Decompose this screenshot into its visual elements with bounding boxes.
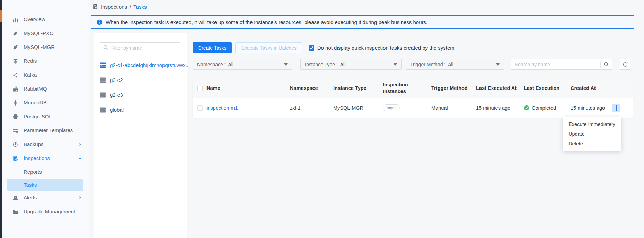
cluster-name: global <box>110 107 124 113</box>
search-by-name-box <box>511 59 612 70</box>
sidebar-item-label: Inspections <box>24 155 73 162</box>
sidebar-item-label: Alerts <box>24 194 73 201</box>
sidebar-item-inspections[interactable]: Inspections <box>2 151 89 165</box>
sidebar-subitem-tasks[interactable]: Tasks <box>7 179 83 191</box>
sidebar-item-label: Overview <box>24 16 76 23</box>
server-icon <box>100 92 106 98</box>
caret-down-icon <box>394 63 397 66</box>
sidebar-item-alerts[interactable]: Alerts <box>2 191 89 205</box>
leaf-icon <box>12 100 18 106</box>
sidebar-item-rabbitmq[interactable]: RabbitMQ <box>2 82 89 96</box>
menu-item-update[interactable]: Update <box>563 129 621 139</box>
breadcrumb-current[interactable]: Tasks <box>133 4 147 10</box>
sidebar-item-label: Kafka <box>24 71 76 78</box>
task-trigger-method: Manual <box>431 105 476 111</box>
search-icon <box>103 45 108 52</box>
success-check-icon <box>524 105 529 111</box>
task-instance-type: MySQL-MGR <box>333 105 383 111</box>
sidebar-item-kafka[interactable]: Kafka <box>2 68 89 82</box>
sidebar-item-label: Parameter Templates <box>24 127 76 134</box>
task-created-at: 15 minutes ago <box>571 105 605 111</box>
tasks-table: Name Namespace Instance Type Inspection … <box>193 78 633 118</box>
cluster-item[interactable]: global <box>100 107 180 113</box>
table-header: Name Namespace Instance Type Inspection … <box>193 78 633 98</box>
nav-rail <box>0 0 2 238</box>
nav-rail-accent <box>0 10 2 22</box>
sidebar-item-upgrade-management[interactable]: Upgrade Management <box>2 205 89 219</box>
layers-icon <box>12 58 18 64</box>
cluster-name: g2-c3 <box>110 92 123 98</box>
server-icon <box>100 107 106 113</box>
server-icon <box>100 62 106 68</box>
sidebar-item-label: Redis <box>24 58 76 65</box>
namespace-dropdown-value: All <box>228 62 233 67</box>
app-root: Overview MySQL-PXC MySQL-MGR Redis Kafka… <box>0 0 644 238</box>
breadcrumb: Inspections / Tasks <box>92 3 147 10</box>
task-last-executed-at: 15 minutes ago <box>476 105 524 111</box>
row-checkbox[interactable] <box>197 105 203 111</box>
restore-icon <box>12 141 18 147</box>
column-header: Instance Type <box>333 85 383 92</box>
sidebar-item-mongodb[interactable]: MongoDB <box>2 96 89 110</box>
sidebar-item-mysql-mgr[interactable]: MySQL-MGR <box>2 40 89 54</box>
server-icon <box>100 77 106 83</box>
sidebar-item-parameter-templates[interactable]: Parameter Templates <box>2 124 89 137</box>
caret-down-icon <box>284 63 288 66</box>
refresh-button[interactable] <box>620 59 630 70</box>
chevron-right-icon <box>78 196 82 200</box>
namespace-dropdown[interactable]: Namespace : All <box>193 59 292 70</box>
chevron-down-icon <box>78 156 82 160</box>
cluster-item[interactable]: g2-c2 <box>100 77 180 83</box>
elephant-icon <box>12 113 18 120</box>
breadcrumb-parent[interactable]: Inspections <box>101 4 127 10</box>
sidebar: Overview MySQL-PXC MySQL-MGR Redis Kafka… <box>2 0 89 238</box>
hide-quick-tasks-label: Do not display quick inspection tasks cr… <box>317 45 455 51</box>
sidebar-item-redis[interactable]: Redis <box>2 54 89 68</box>
create-tasks-button[interactable]: Create Tasks <box>193 42 232 53</box>
hide-quick-tasks-checkbox-wrap[interactable]: Do not display quick inspection tasks cr… <box>309 45 455 51</box>
sliders-icon <box>12 127 18 134</box>
sidebar-item-label: MySQL-MGR <box>24 44 76 51</box>
column-header: Name <box>206 85 290 92</box>
trigger-method-dropdown-label: Trigger Method : <box>410 62 445 67</box>
sidebar-subitem-label: Reports <box>24 169 42 175</box>
column-header: Trigger Method <box>431 85 476 92</box>
sidebar-item-overview[interactable]: Overview <box>2 12 89 26</box>
breadcrumb-separator: / <box>130 4 131 10</box>
cluster-item[interactable]: g2-c1-abcdefghijklmnopqrstuvwx... <box>100 62 180 68</box>
sidebar-item-mysql-pxc[interactable]: MySQL-PXC <box>2 26 89 40</box>
column-header: Created At <box>571 85 633 92</box>
column-header: Inspection Instances <box>383 82 431 95</box>
cluster-panel: g2-c1-abcdefghijklmnopqrstuvwx... g2-c2 … <box>94 33 187 238</box>
instance-type-dropdown-value: All <box>340 62 346 67</box>
checkbox-checked-icon[interactable] <box>309 45 314 51</box>
search-input[interactable] <box>511 62 600 67</box>
trigger-method-dropdown[interactable]: Trigger Method : All <box>406 59 504 70</box>
select-all-checkbox[interactable] <box>197 86 203 91</box>
filter-row: Namespace : All Instance Type : All Trig… <box>193 59 633 70</box>
sidebar-item-label: Upgrade Management <box>24 208 76 215</box>
execute-batches-button[interactable]: Execute Tasks in Batches <box>235 42 302 53</box>
info-icon <box>97 19 102 25</box>
toolbar: Create Tasks Execute Tasks in Batches Do… <box>193 42 633 53</box>
cluster-item[interactable]: g2-c3 <box>100 92 180 98</box>
instance-type-dropdown[interactable]: Instance Type : All <box>300 59 402 70</box>
cluster-filter-input[interactable] <box>100 42 180 53</box>
search-icon[interactable] <box>601 62 612 67</box>
inspections-icon <box>92 3 98 10</box>
row-actions-menu: Execute Immediately Update Delete <box>563 117 621 151</box>
column-header: Last Execution <box>524 85 571 92</box>
sidebar-item-postgresql[interactable]: PostgreSQL <box>2 110 89 124</box>
menu-item-delete[interactable]: Delete <box>563 139 621 148</box>
menu-item-execute-immediately[interactable]: Execute Immediately <box>563 119 621 129</box>
sidebar-item-backups[interactable]: Backups <box>2 137 89 151</box>
nodes-icon <box>12 72 18 78</box>
sidebar-subitem-reports[interactable]: Reports <box>2 166 89 178</box>
row-actions-kebab-button[interactable] <box>612 104 620 112</box>
trigger-method-dropdown-value: All <box>448 62 453 67</box>
sidebar-item-label: PostgreSQL <box>24 113 76 120</box>
rabbit-icon <box>12 86 18 92</box>
task-name-link[interactable]: inspection-m1 <box>206 105 238 111</box>
namespace-dropdown-label: Namespace : <box>197 62 226 67</box>
cluster-name: g2-c2 <box>110 77 123 83</box>
